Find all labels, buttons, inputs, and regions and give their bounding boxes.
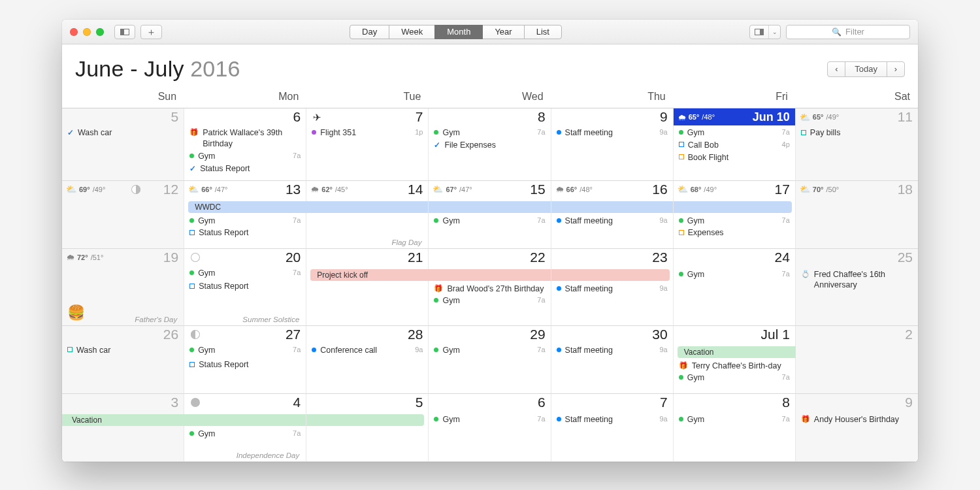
- calendar-event[interactable]: Gym7a: [429, 215, 550, 227]
- day-cell[interactable]: 4Gym7aIndependence Day: [184, 394, 306, 462]
- day-cell[interactable]: ✈︎7Flight 3511p: [306, 108, 429, 181]
- fullscreen-button[interactable]: [96, 28, 104, 36]
- task-checkbox[interactable]: [679, 230, 684, 235]
- calendar-event[interactable]: Call Bob4p: [674, 139, 795, 152]
- calendar-event[interactable]: Staff meeting9a: [551, 127, 673, 139]
- calendar-event[interactable]: Wash car: [62, 344, 184, 357]
- calendar-event[interactable]: Staff meeting9a: [551, 344, 673, 357]
- day-cell[interactable]: ⛅ 66°/47°13WWDCGym7aStatus Report: [184, 181, 306, 249]
- add-event-button[interactable]: ＋: [140, 25, 162, 39]
- calendar-event[interactable]: Gym7a: [184, 215, 306, 227]
- day-cell[interactable]: 🌧 65°/48°Jun 10Gym7aCall Bob4pBook Fligh…: [674, 108, 796, 181]
- calendar-event[interactable]: Gym7a: [674, 215, 795, 227]
- view-tab-month[interactable]: Month: [434, 25, 483, 39]
- calendar-event[interactable]: ✓File Expenses: [429, 139, 550, 152]
- day-header: 8: [429, 108, 550, 125]
- day-cell[interactable]: 22🎁Brad Wood's 27th BirthdayGym7a: [429, 249, 551, 326]
- filter-search[interactable]: 🔍 Filter: [786, 25, 910, 39]
- day-cell[interactable]: ⛅ 69°/49°12: [62, 181, 184, 249]
- calendar-event[interactable]: Conference call9a: [306, 344, 428, 357]
- task-checkbox[interactable]: [801, 130, 806, 135]
- day-cell[interactable]: ⛅ 68°/49°17Gym7aExpenses: [674, 181, 796, 249]
- calendar-event[interactable]: Staff meeting9a: [551, 215, 673, 227]
- view-tab-list[interactable]: List: [524, 25, 562, 39]
- toggle-sidebar-button[interactable]: [114, 25, 135, 39]
- minimize-button[interactable]: [83, 28, 91, 36]
- day-cell[interactable]: 29Gym7a: [429, 326, 551, 394]
- day-cell[interactable]: 26Wash car: [62, 326, 184, 394]
- calendar-event[interactable]: Expenses: [674, 227, 795, 239]
- calendar-event[interactable]: Gym7a: [184, 428, 306, 440]
- calendar-event[interactable]: Status Report: [184, 359, 306, 371]
- day-cell[interactable]: 21Project kick off: [306, 249, 429, 326]
- day-cell[interactable]: 🌧 66°/48°16Staff meeting9a: [551, 181, 674, 249]
- calendar-event[interactable]: Status Report: [184, 280, 306, 293]
- day-cell[interactable]: 27Gym7aStatus Report: [184, 326, 306, 394]
- calendar-event[interactable]: Staff meeting9a: [551, 414, 673, 426]
- task-checkbox[interactable]: [189, 230, 195, 235]
- day-cell[interactable]: ⛅ 65°/49°11Pay bills: [796, 108, 918, 181]
- day-cell[interactable]: 23Staff meeting9a: [551, 249, 674, 326]
- calendar-event[interactable]: Gym7a: [674, 414, 795, 426]
- day-cell[interactable]: 3Vacation: [62, 394, 184, 462]
- day-cell[interactable]: 9Staff meeting9a: [551, 108, 674, 181]
- calendar-event[interactable]: ✓Status Report: [184, 163, 306, 175]
- day-cell[interactable]: 2: [796, 326, 918, 394]
- calendar-event[interactable]: Pay bills: [796, 127, 918, 139]
- calendar-event[interactable]: Gym7a: [184, 344, 306, 357]
- day-cell[interactable]: 24Gym7a: [674, 249, 796, 326]
- day-cell[interactable]: Jul 1Vacation🎁Terry Chaffee's Birth-dayG…: [674, 326, 796, 394]
- calendar-event[interactable]: Gym7a: [429, 127, 550, 139]
- close-button[interactable]: [70, 28, 78, 36]
- calendar-event[interactable]: Gym7a: [429, 295, 550, 307]
- event-time: 7a: [782, 372, 790, 382]
- day-cell[interactable]: ⛅ 67°/47°15Gym7a: [429, 181, 551, 249]
- view-tab-day[interactable]: Day: [350, 25, 389, 39]
- calendar-event[interactable]: 💍Fred Chaffee's 16th Anniversary: [796, 269, 918, 292]
- day-cell[interactable]: 5✓Wash car: [62, 108, 184, 181]
- day-cell[interactable]: 25💍Fred Chaffee's 16th Anniversary: [796, 249, 918, 326]
- calendar-event[interactable]: Gym7a: [429, 344, 550, 357]
- day-cell[interactable]: 7Staff meeting9a: [551, 394, 674, 462]
- calendar-event[interactable]: 🎁Terry Chaffee's Birth-day: [674, 360, 795, 372]
- calendar-event[interactable]: Flight 3511p: [306, 127, 428, 139]
- calendar-event[interactable]: Gym7a: [674, 269, 795, 281]
- layout-dropdown[interactable]: ⌄: [749, 25, 781, 39]
- day-cell[interactable]: 8Gym7a✓File Expenses: [429, 108, 551, 181]
- view-tab-week[interactable]: Week: [389, 25, 435, 39]
- day-cell[interactable]: 🌧 62°/45°14Flag Day: [306, 181, 429, 249]
- calendar-event[interactable]: Gym7a: [184, 150, 306, 163]
- day-cell[interactable]: 5: [306, 394, 429, 462]
- calendar-event[interactable]: Staff meeting9a: [551, 283, 673, 295]
- view-tab-year[interactable]: Year: [482, 25, 524, 39]
- day-cell[interactable]: 20Gym7aStatus ReportSummer Solstice: [184, 249, 306, 326]
- calendar-event[interactable]: ✓Wash car: [62, 127, 184, 139]
- day-cell[interactable]: 9🎁Andy Houser's Birthday: [796, 394, 918, 462]
- next-month-button[interactable]: ›: [887, 61, 905, 77]
- day-cell[interactable]: 🌧 72°/51°19Father's Day🍔: [62, 249, 184, 326]
- calendar-event[interactable]: 🎁Brad Wood's 27th Birthday: [429, 283, 550, 295]
- prev-month-button[interactable]: ‹: [827, 61, 845, 77]
- event-title: Gym: [687, 414, 778, 425]
- task-checkbox[interactable]: [189, 362, 195, 367]
- calendar-event[interactable]: 🎁Patrick Wallace's 39th Birthday: [184, 127, 306, 150]
- day-cell[interactable]: 6🎁Patrick Wallace's 39th BirthdayGym7a✓S…: [184, 108, 306, 181]
- day-header: 🌧 65°/48°Jun 10: [674, 108, 795, 125]
- task-checkbox[interactable]: [189, 284, 195, 289]
- today-button[interactable]: Today: [845, 61, 887, 77]
- day-cell[interactable]: ⛅ 70°/50°18: [796, 181, 918, 249]
- task-checkbox[interactable]: [679, 142, 684, 147]
- day-cell[interactable]: 30Staff meeting9a: [551, 326, 674, 394]
- calendar-event[interactable]: Gym7a: [674, 127, 795, 139]
- day-cell[interactable]: 28Conference call9a: [306, 326, 429, 394]
- calendar-event[interactable]: Gym7a: [674, 372, 795, 384]
- day-cell[interactable]: 6Gym7a: [429, 394, 551, 462]
- calendar-event[interactable]: Gym7a: [184, 267, 306, 280]
- day-cell[interactable]: 8Gym7a: [674, 394, 796, 462]
- calendar-event[interactable]: Gym7a: [429, 414, 550, 426]
- calendar-event[interactable]: Status Report: [184, 227, 306, 239]
- calendar-event[interactable]: Book Flight: [674, 152, 795, 164]
- task-checkbox[interactable]: [679, 154, 684, 159]
- task-checkbox[interactable]: [67, 347, 73, 352]
- calendar-event[interactable]: 🎁Andy Houser's Birthday: [796, 414, 918, 426]
